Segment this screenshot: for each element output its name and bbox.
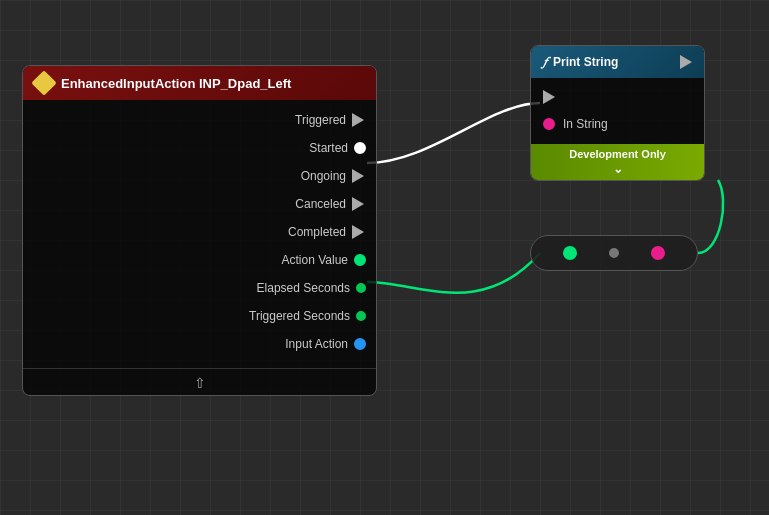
enhanced-input-action-node: EnhancedInputAction INP_Dpad_Left Trigge… <box>22 65 377 396</box>
diamond-icon <box>31 70 56 95</box>
connector-pin-gray[interactable] <box>609 248 619 258</box>
pin-elapsed-seconds: Elapsed Seconds <box>23 274 376 302</box>
connector-pin-pink[interactable] <box>651 246 665 260</box>
print-body: In String <box>531 78 704 144</box>
connector-pin-green[interactable] <box>563 246 577 260</box>
print-node-header: 𝑓 Print String <box>531 46 704 78</box>
pin-triggered: Triggered <box>23 106 376 134</box>
pin-completed-label: Completed <box>288 225 346 239</box>
pin-input-action-data[interactable] <box>354 338 366 350</box>
pin-elapsed-data[interactable] <box>356 283 366 293</box>
pin-action-value: Action Value <box>23 246 376 274</box>
pin-triggered-exec[interactable] <box>352 113 366 127</box>
print-exec-in[interactable] <box>543 90 555 104</box>
in-string-row: In String <box>531 112 704 136</box>
pin-canceled-label: Canceled <box>295 197 346 211</box>
pin-triggered-seconds: Triggered Seconds <box>23 302 376 330</box>
print-exec-in-row <box>531 82 704 112</box>
dev-only-banner: Development Only ⌄ <box>531 144 704 180</box>
node-header: EnhancedInputAction INP_Dpad_Left <box>23 66 376 100</box>
pin-triggered-seconds-data[interactable] <box>356 311 366 321</box>
pin-elapsed-label: Elapsed Seconds <box>257 281 350 295</box>
pin-action-value-label: Action Value <box>282 253 349 267</box>
pin-ongoing-exec[interactable] <box>352 169 366 183</box>
pin-input-action-label: Input Action <box>285 337 348 351</box>
connector-node <box>530 235 698 271</box>
print-string-node: 𝑓 Print String In String Development Onl… <box>530 45 705 181</box>
node-title: EnhancedInputAction INP_Dpad_Left <box>61 76 291 91</box>
pin-triggered-seconds-label: Triggered Seconds <box>249 309 350 323</box>
pin-ongoing: Ongoing <box>23 162 376 190</box>
pin-action-value-data[interactable] <box>354 254 366 266</box>
pin-canceled-exec[interactable] <box>352 197 366 211</box>
print-node-title: Print String <box>553 55 618 69</box>
pin-triggered-label: Triggered <box>295 113 346 127</box>
print-exec-out[interactable] <box>680 55 692 69</box>
in-string-label: In String <box>563 117 608 131</box>
pin-completed: Completed <box>23 218 376 246</box>
print-header-left: 𝑓 Print String <box>543 54 618 70</box>
node-body: Triggered Started Ongoing Canceled Compl… <box>23 100 376 368</box>
function-icon: 𝑓 <box>543 54 547 70</box>
chevron-up-icon: ⇧ <box>194 375 206 391</box>
pin-input-action: Input Action <box>23 330 376 358</box>
pin-completed-exec[interactable] <box>352 225 366 239</box>
pin-ongoing-label: Ongoing <box>301 169 346 183</box>
pin-started: Started <box>23 134 376 162</box>
pin-started-data[interactable] <box>354 142 366 154</box>
dev-chevron-icon: ⌄ <box>613 162 623 176</box>
node-footer[interactable]: ⇧ <box>23 368 376 395</box>
pin-started-label: Started <box>309 141 348 155</box>
in-string-pin[interactable] <box>543 118 555 130</box>
dev-only-text: Development Only <box>569 148 666 160</box>
pin-canceled: Canceled <box>23 190 376 218</box>
